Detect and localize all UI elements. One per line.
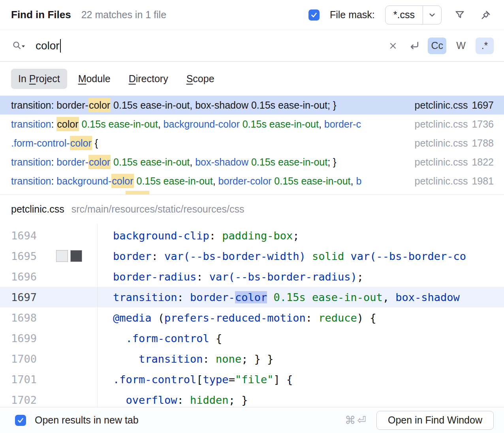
- code-segment: transition: [11, 175, 51, 186]
- code-segment: border-radius: [113, 271, 196, 283]
- code-segment: (: [152, 312, 165, 324]
- code-segment: background-: [56, 175, 111, 186]
- code-segment: ,: [351, 175, 356, 186]
- line-number: 1700: [11, 353, 54, 365]
- check-icon: [17, 417, 24, 424]
- editor-line[interactable]: 1702 overflow: hidden; }: [0, 390, 504, 407]
- editor-gutter: 1695: [0, 250, 97, 262]
- shortcut-hint: ⌘⏎: [345, 414, 368, 426]
- code-segment: box-shadow: [195, 156, 248, 168]
- code-segment: transition: [11, 156, 51, 168]
- editor-code: border-radius: var(--bs-border-radius);: [97, 271, 504, 283]
- code-segment: :: [51, 175, 56, 186]
- text-caret: [60, 39, 61, 53]
- result-row[interactable]: transition: border-color 0.15s ease-in-o…: [0, 152, 504, 171]
- color-swatch[interactable]: [56, 250, 68, 262]
- result-file: petclinic.css: [415, 156, 468, 168]
- titlebar: Find in Files 22 matches in 1 file File …: [0, 0, 504, 30]
- code-segment: :: [152, 250, 165, 262]
- pin-icon[interactable]: [478, 7, 494, 23]
- file-mask-label: File mask:: [330, 9, 375, 21]
- scope-tab-directory[interactable]: Directory: [122, 69, 175, 89]
- editor-line[interactable]: 1697 transition: border-color 0.15s ease…: [0, 287, 504, 307]
- result-line: 1981: [472, 175, 494, 187]
- result-row[interactable]: .form-control-color { petclinic.css1788: [0, 134, 504, 152]
- code-segment: =: [229, 373, 235, 386]
- editor-line[interactable]: 1698 @media (prefers-reduced-motion: red…: [0, 307, 504, 328]
- match-case-toggle[interactable]: Cc: [428, 38, 446, 54]
- editor-line[interactable]: 1696 border-radius: var(--bs-border-radi…: [0, 266, 504, 287]
- preview-file-name: petclinic.css: [11, 203, 64, 215]
- editor-line[interactable]: 1699 .form-control {: [0, 328, 504, 348]
- code-segment: {: [92, 137, 98, 149]
- editor-code: .form-control[type="file"] {: [97, 373, 504, 386]
- result-file: petclinic.css: [415, 100, 468, 111]
- result-row[interactable]: transition: background-color 0.15s ease-…: [0, 171, 504, 190]
- open-in-new-tab-checkbox[interactable]: [15, 415, 26, 426]
- code-segment: overflow: [126, 394, 177, 406]
- scope-tab-in-project[interactable]: In Project: [11, 69, 67, 89]
- scope-bar: In ProjectModuleDirectoryScope: [0, 62, 504, 96]
- regex-toggle[interactable]: .*: [476, 38, 494, 54]
- code-segment: transition: border-: [11, 100, 88, 111]
- line-number: 1702: [11, 394, 54, 406]
- editor-line[interactable]: 1694 background-clip: padding-box;: [0, 225, 504, 246]
- editor-gutter: 1696: [0, 271, 97, 283]
- code-segment: color: [111, 174, 134, 188]
- code-segment: @media: [113, 312, 152, 324]
- result-file: petclinic.css: [415, 119, 468, 130]
- editor-line[interactable]: 1695 border: var(--bs-border-width) soli…: [0, 246, 504, 266]
- open-in-new-tab-label: Open results in new tab: [35, 414, 139, 426]
- code-segment: [113, 353, 139, 365]
- code-segment: ) {: [357, 312, 376, 324]
- line-number: 1698: [11, 312, 54, 324]
- scope-tab-module[interactable]: Module: [71, 69, 118, 89]
- search-query-text: color: [36, 40, 60, 52]
- color-swatch[interactable]: [70, 250, 82, 262]
- code-segment: color: [70, 136, 92, 150]
- file-mask-combobox[interactable]: *.css: [385, 6, 442, 24]
- editor-line[interactable]: 1700 transition: none; } }: [0, 348, 504, 369]
- code-segment: :: [51, 156, 56, 168]
- editor-gutter: 1694: [0, 230, 97, 242]
- code-segment: reduce: [318, 312, 357, 324]
- open-in-find-window-button[interactable]: Open in Find Window: [376, 411, 494, 430]
- code-segment: .form-control: [126, 332, 209, 345]
- code-segment: var(--bs-border-width): [164, 250, 306, 262]
- code-segment: [240, 119, 243, 130]
- code-segment: ;: [293, 230, 299, 242]
- whole-words-toggle[interactable]: W: [452, 38, 470, 54]
- newline-icon[interactable]: [406, 38, 422, 54]
- clear-search-icon[interactable]: [385, 38, 401, 54]
- line-number: 1695: [11, 250, 54, 262]
- code-segment: :: [51, 119, 56, 130]
- scope-tab-scope[interactable]: Scope: [179, 69, 222, 89]
- code-segment: :: [177, 394, 190, 406]
- file-mask-checkbox[interactable]: [308, 9, 320, 21]
- search-icon[interactable]: [12, 40, 26, 52]
- editor-line[interactable]: 1701 .form-control[type="file"] {: [0, 369, 504, 390]
- editor-gutter: 1699: [0, 332, 97, 345]
- code-segment: :: [306, 312, 319, 324]
- code-segment: ,: [158, 119, 164, 130]
- code-segment: [248, 156, 251, 168]
- search-input[interactable]: color: [36, 39, 61, 53]
- editor-gutter: 1697: [0, 291, 97, 303]
- code-segment: ; }: [229, 394, 248, 406]
- code-segment: ;: [357, 271, 363, 283]
- code-segment: border: [113, 250, 152, 262]
- chevron-down-icon[interactable]: [423, 6, 441, 24]
- code-segment: 0.15s ease-in-out: [251, 156, 327, 168]
- editor-preview: 1694 background-clip: padding-box; 1695 …: [0, 224, 504, 407]
- find-in-files-popup: Find in Files 22 matches in 1 file File …: [0, 0, 504, 433]
- code-segment: color: [88, 98, 111, 112]
- preview-header: petclinic.css src/main/resources/static/…: [0, 194, 504, 224]
- result-row[interactable]: transition: color 0.15s ease-in-out, bac…: [0, 115, 504, 134]
- result-line: 1788: [472, 137, 494, 149]
- preview-file-path: src/main/resources/static/resources/css: [71, 203, 244, 215]
- filter-icon[interactable]: [452, 7, 468, 23]
- result-row[interactable]: transition: border-color 0.15s ease-in-o…: [0, 96, 504, 115]
- code-segment: 0.15s ease-in-out: [136, 175, 213, 186]
- editor-code: border: var(--bs-border-width) solid var…: [97, 250, 504, 262]
- code-segment: .form-control-: [11, 137, 70, 149]
